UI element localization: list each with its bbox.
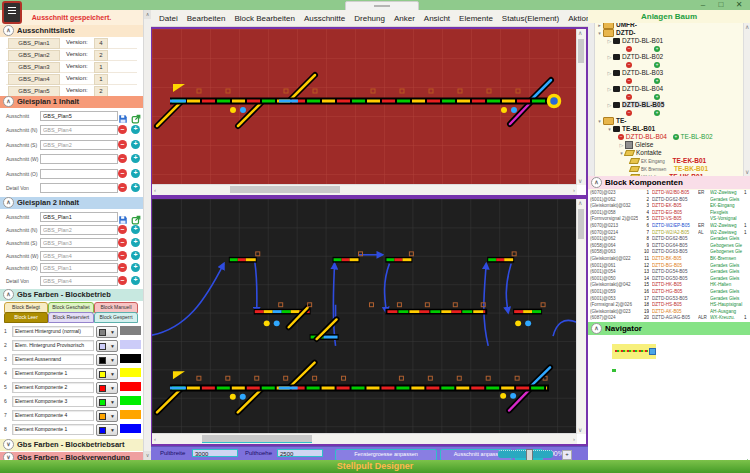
expander-icon[interactable]: ▾ bbox=[606, 125, 613, 133]
expander-icon[interactable]: ▷ bbox=[606, 53, 613, 61]
section-farben-blockbetrieb[interactable]: ∧Gbs Farben - Blockbetrieb bbox=[0, 289, 143, 301]
color-row-label[interactable]: Element Hintergrund (normal) bbox=[12, 326, 94, 337]
color-row-label[interactable]: Element Aussenrand bbox=[12, 354, 94, 365]
component-row[interactable]: (Gleiskontakt)@022 11 DZTD-BK-B05 BK-Bre… bbox=[588, 256, 750, 263]
menu-item[interactable]: Status(Element) bbox=[502, 14, 559, 23]
scroll-left-icon[interactable]: ‹ bbox=[154, 434, 156, 444]
ausschnitt-input[interactable] bbox=[40, 169, 118, 179]
expander-icon[interactable]: ▾ bbox=[596, 117, 603, 125]
expander-icon[interactable]: ▾ bbox=[596, 29, 603, 37]
component-row[interactable]: (Formsignal 2)@026 18 DZTD-HS-B05 HS-Hau… bbox=[588, 302, 750, 309]
tree-node-block[interactable]: ▷DZTD-BL-B03 bbox=[596, 69, 742, 77]
scroll-right-icon[interactable]: › bbox=[573, 185, 575, 195]
prev-block-icon[interactable]: – bbox=[626, 62, 632, 68]
scroll-thumb[interactable] bbox=[230, 186, 340, 193]
component-row[interactable]: (6001)@061 12 DZTD-BG-B05 Gerades Gleis bbox=[588, 263, 750, 270]
scroll-thumb[interactable] bbox=[202, 435, 312, 443]
component-row[interactable]: (6001)@050 14 DZTD-DG50-B05 Gerades Glei… bbox=[588, 276, 750, 283]
next-block-icon[interactable]: + bbox=[673, 134, 679, 140]
prev-block-icon[interactable]: – bbox=[626, 110, 632, 116]
add-button[interactable]: + bbox=[131, 169, 140, 178]
block-state-tab[interactable]: Block Leer bbox=[4, 312, 48, 323]
tree-node-gleise[interactable]: ▷Gleise bbox=[596, 141, 742, 149]
component-row[interactable]: (6001)@062 2 DZTD-DG62-B05 Gerades Gleis bbox=[588, 197, 750, 204]
color-dropdown[interactable]: ▼ bbox=[96, 368, 118, 380]
menu-item[interactable]: Drehung bbox=[354, 14, 385, 23]
next-block-icon[interactable]: + bbox=[654, 78, 660, 84]
remove-button[interactable]: – bbox=[118, 154, 127, 163]
color-row-label[interactable]: Element Komponente 4 bbox=[12, 410, 94, 421]
section-farben-blockverwendung[interactable]: ∨Gbs Farben - Blockverwendung bbox=[0, 452, 143, 460]
maximize-button[interactable]: □ bbox=[714, 0, 728, 10]
ausschnitt-input[interactable] bbox=[40, 251, 118, 261]
component-row[interactable]: (6001)@058 4 DZTD-EG-B05 Flexgleis bbox=[588, 210, 750, 217]
remove-button[interactable]: – bbox=[118, 263, 127, 272]
ausschnitt-list-row[interactable]: GBS_Plan3 Version: 1 bbox=[6, 61, 137, 73]
navigator-panel[interactable] bbox=[588, 335, 750, 470]
expand-icon[interactable]: ∨ bbox=[3, 439, 14, 450]
prev-block-icon[interactable]: – bbox=[618, 134, 624, 140]
add-button[interactable]: + bbox=[131, 225, 140, 234]
expand-icon[interactable]: ∨ bbox=[3, 452, 14, 460]
tree-scrollbar[interactable]: ∧ ∨ bbox=[743, 23, 750, 176]
tree-node-kontakt[interactable]: BK Bremsen TE-BK-B01 bbox=[596, 165, 742, 173]
tree-node-dztd[interactable]: ▾DZTD- bbox=[596, 29, 742, 37]
ausschnitt-input[interactable] bbox=[40, 263, 118, 273]
menu-item[interactable]: Ausschnitte bbox=[304, 14, 345, 23]
component-row[interactable]: (Gleiskontakt)@042 15 DZTD-HK-B05 HK-Hal… bbox=[588, 282, 750, 289]
track-canvas-bottom[interactable] bbox=[152, 199, 577, 434]
remove-button[interactable]: – bbox=[118, 169, 127, 178]
scroll-up-icon[interactable]: ∧ bbox=[578, 28, 582, 38]
canvas-top-vscrollbar[interactable]: ∧ ∨ bbox=[576, 29, 586, 185]
save-icon[interactable] bbox=[118, 110, 128, 120]
ausschnitt-input[interactable] bbox=[40, 276, 118, 286]
ausschnitt-input[interactable] bbox=[40, 140, 118, 150]
scroll-thumb[interactable] bbox=[578, 209, 584, 239]
remove-button[interactable]: – bbox=[118, 125, 127, 134]
remove-button[interactable]: – bbox=[118, 140, 127, 149]
navigator-header[interactable]: ∧Navigator bbox=[588, 322, 750, 335]
tree-node-te[interactable]: ▾TE- bbox=[596, 117, 742, 125]
save-icon[interactable] bbox=[118, 211, 128, 221]
scroll-down-icon[interactable]: ∨ bbox=[578, 176, 582, 186]
component-row[interactable]: (6070)@0214 7 DZTD-W2/A2-B05 AL W2-Zweiw… bbox=[588, 230, 750, 237]
section-gleisplan1[interactable]: ∧Gleisplan 1 Inhalt bbox=[0, 96, 143, 108]
pultbreite-input[interactable]: 3000 bbox=[192, 449, 238, 457]
color-dropdown[interactable]: ▼ bbox=[96, 424, 118, 436]
add-button[interactable]: + bbox=[131, 251, 140, 260]
tree-node-kontakte[interactable]: ▾Kontakte bbox=[596, 149, 742, 157]
component-row[interactable]: (6070)@0213 6 DZTD-W2/EP-B05 ER W2-Zweiw… bbox=[588, 223, 750, 230]
scroll-up-icon[interactable]: ∧ bbox=[745, 23, 749, 32]
open-external-icon[interactable] bbox=[131, 211, 141, 221]
scroll-thumb[interactable] bbox=[578, 39, 584, 63]
menu-item[interactable]: Datei bbox=[159, 14, 178, 23]
left-panel-scrollbar[interactable]: ∧ ∨ bbox=[143, 10, 151, 460]
color-row-label[interactable]: Element Komponente 1 bbox=[12, 368, 94, 379]
component-row[interactable]: (6001)@053 17 DZTD-DG53-B05 Gerades Glei… bbox=[588, 296, 750, 303]
tree-node-te-block[interactable]: ▾TE-BL-B01 bbox=[596, 125, 742, 133]
tree-node-kontakt[interactable]: EK Eingang TE-EK-B01 bbox=[596, 157, 742, 165]
collapse-icon[interactable]: ∧ bbox=[591, 177, 602, 188]
block-state-tab[interactable]: Block Reserviert bbox=[48, 312, 94, 323]
track-canvas-top[interactable] bbox=[152, 29, 577, 185]
menu-item[interactable]: Anker bbox=[394, 14, 415, 23]
scroll-down-icon[interactable]: ∨ bbox=[745, 167, 749, 176]
component-row[interactable]: (Formvorsignal 2)@025 5 DZTD-VS-B05 VS-V… bbox=[588, 216, 750, 223]
scroll-down-icon[interactable]: ∨ bbox=[144, 451, 151, 460]
collapse-icon[interactable]: ∧ bbox=[3, 96, 14, 107]
remove-button[interactable]: – bbox=[118, 225, 127, 234]
minimize-button[interactable]: – bbox=[696, 0, 710, 10]
remove-button[interactable]: – bbox=[118, 276, 127, 285]
component-row[interactable]: (6087)@024 20 DZTD-AG/AG-B05 ALR WX-Kreu… bbox=[588, 315, 750, 322]
ausschnitt-input[interactable] bbox=[40, 212, 118, 222]
pulthoehe-input[interactable]: 2500 bbox=[277, 449, 323, 457]
add-button[interactable]: + bbox=[131, 263, 140, 272]
block-komponenten-header[interactable]: ∧Block Komponenten bbox=[588, 176, 750, 189]
expander-icon[interactable]: ▷ bbox=[618, 141, 625, 149]
prev-block-icon[interactable]: – bbox=[626, 94, 632, 100]
component-row[interactable]: (6070)@023 1 DZTD-W2/B0-B05 ER W2-Zweiwe… bbox=[588, 190, 750, 197]
tree-node-block[interactable]: ▷DZTD-BL-B01 bbox=[596, 37, 742, 45]
zoom-slider[interactable] bbox=[498, 450, 553, 458]
expander-icon[interactable]: ▷ bbox=[606, 85, 613, 93]
ausschnitt-input[interactable] bbox=[40, 111, 118, 121]
